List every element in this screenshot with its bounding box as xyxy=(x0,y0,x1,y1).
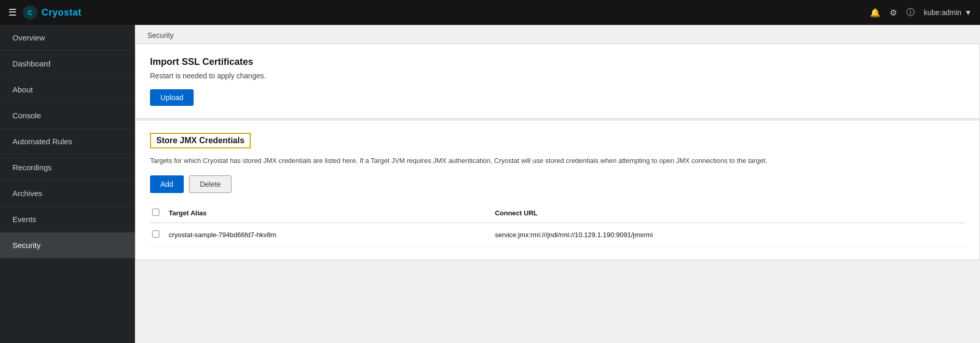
jmx-credentials-card: Store JMX Credentials Targets for which … xyxy=(135,120,980,260)
sidebar-label-about: About xyxy=(12,85,33,94)
hamburger-menu-icon[interactable]: ☰ xyxy=(8,7,17,18)
sidebar-label-automated-rules: Automated Rules xyxy=(12,137,72,146)
sidebar-item-archives[interactable]: Archives xyxy=(0,181,135,207)
chevron-down-icon: ▼ xyxy=(964,8,972,17)
sidebar-label-overview: Overview xyxy=(12,33,45,42)
settings-icon[interactable]: ⚙ xyxy=(890,8,897,18)
connect-url-column-header: Connect URL xyxy=(495,203,965,223)
delete-credential-button[interactable]: Delete xyxy=(189,175,232,193)
sidebar-item-console[interactable]: Console xyxy=(0,103,135,129)
credentials-table: Target Alias Connect URL cryostat-sample… xyxy=(150,203,965,247)
sidebar-label-dashboard: Dashboard xyxy=(12,59,50,68)
sidebar-label-console: Console xyxy=(12,111,41,120)
brand-logo: C Cryostat xyxy=(23,5,81,20)
row-checkbox[interactable] xyxy=(152,230,159,238)
jmx-description: Targets for which Cryostat has stored JM… xyxy=(150,156,965,166)
app-layout: Overview Dashboard About Console Automat… xyxy=(0,25,980,343)
target-alias-cell: cryostat-sample-794bd66fd7-hkv8m xyxy=(169,223,495,246)
sidebar-label-recordings: Recordings xyxy=(12,163,52,172)
cryostat-logo-icon: C xyxy=(23,5,37,20)
page-title: Security xyxy=(147,31,174,39)
table-row: cryostat-sample-794bd66fd7-hkv8m service… xyxy=(150,223,965,246)
upload-button[interactable]: Upload xyxy=(150,89,194,106)
target-alias-column-header: Target Alias xyxy=(169,203,495,223)
sidebar-label-archives: Archives xyxy=(12,189,43,198)
sidebar-item-about[interactable]: About xyxy=(0,77,135,103)
row-select-cell xyxy=(150,223,169,246)
notifications-icon[interactable]: 🔔 xyxy=(870,8,880,18)
brand-name: Cryostat xyxy=(42,7,81,18)
sidebar-label-events: Events xyxy=(12,215,36,224)
username: kube:admin xyxy=(924,8,961,17)
connect-url-cell: service:jmx:rmi:///jndi/rmi://10.129.1.1… xyxy=(495,223,965,246)
svg-text:C: C xyxy=(28,9,33,17)
add-credential-button[interactable]: Add xyxy=(150,175,184,193)
ssl-card-title: Import SSL Certificates xyxy=(150,57,965,67)
user-menu[interactable]: kube:admin ▼ xyxy=(924,8,972,17)
connect-url-value: service:jmx:rmi:///jndi/rmi://10.129.1.1… xyxy=(495,231,652,239)
jmx-card-title: Store JMX Credentials xyxy=(150,133,251,148)
help-icon[interactable]: ⓘ xyxy=(906,7,915,18)
sidebar-label-security: Security xyxy=(12,241,40,250)
main-content: Security Import SSL Certificates Restart… xyxy=(135,25,980,343)
ssl-card-subtitle: Restart is needed to apply changes. xyxy=(150,72,965,80)
topbar-actions: 🔔 ⚙ ⓘ kube:admin ▼ xyxy=(870,7,972,18)
credentials-table-body: cryostat-sample-794bd66fd7-hkv8m service… xyxy=(150,223,965,246)
table-header-row: Target Alias Connect URL xyxy=(150,203,965,223)
select-all-checkbox[interactable] xyxy=(152,209,159,216)
ssl-certificates-card: Import SSL Certificates Restart is neede… xyxy=(135,44,980,119)
sidebar-item-automated-rules[interactable]: Automated Rules xyxy=(0,129,135,155)
target-alias-value: cryostat-sample-794bd66fd7-hkv8m xyxy=(169,231,276,239)
sidebar-item-events[interactable]: Events xyxy=(0,207,135,232)
sidebar-item-dashboard[interactable]: Dashboard xyxy=(0,51,135,77)
table-header: Target Alias Connect URL xyxy=(150,203,965,223)
jmx-action-buttons: Add Delete xyxy=(150,175,965,193)
topbar: ☰ C Cryostat 🔔 ⚙ ⓘ kube:admin ▼ xyxy=(0,0,980,25)
page-title-bar: Security xyxy=(135,25,980,44)
sidebar-item-overview[interactable]: Overview xyxy=(0,25,135,51)
select-all-column xyxy=(150,203,169,223)
sidebar-item-security[interactable]: Security xyxy=(0,232,135,258)
sidebar-item-recordings[interactable]: Recordings xyxy=(0,155,135,181)
sidebar: Overview Dashboard About Console Automat… xyxy=(0,25,135,343)
